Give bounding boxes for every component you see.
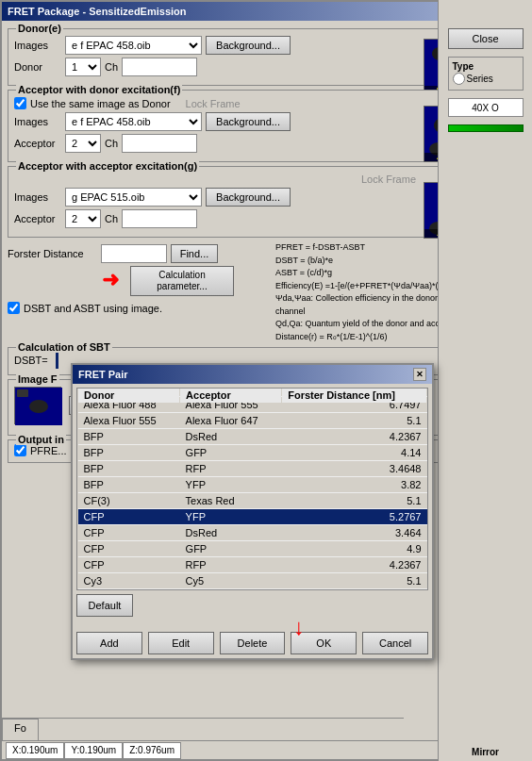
acceptor-cell: GFP [180, 445, 282, 461]
donor-cell: CFP [78, 509, 180, 525]
fret-pair-close-btn[interactable]: ✕ [413, 368, 426, 381]
edit-btn[interactable]: Edit [148, 632, 214, 654]
svg-rect-14 [17, 389, 28, 397]
ad-num-select[interactable]: 2 [65, 134, 101, 153]
images-label: Images [14, 40, 61, 51]
delete-btn[interactable]: Delete [220, 632, 286, 654]
distance-cell: 3.464 [282, 525, 427, 541]
forster-section: Forster Distance Find... ➜ Calculation p… [8, 241, 492, 343]
aa-images-select[interactable]: g EPAC 515.oib [65, 188, 202, 207]
acceptor-cell: Texas Red [180, 493, 282, 509]
ad-ch-input[interactable]: EYFP [122, 134, 197, 153]
find-btn[interactable]: Find... [171, 244, 218, 263]
ad-background-btn[interactable]: Background... [206, 112, 291, 131]
same-image-row: Use the same image as Donor Lock Frame [14, 97, 416, 109]
default-btn-row: Default [76, 594, 428, 617]
acceptor-cell: Cy5 [180, 573, 282, 589]
fret-table-scroll[interactable]: Donor Acceptor Forster Distance [nm] Ale… [77, 388, 427, 589]
donor-ch-input[interactable]: ECFP_458 [122, 58, 197, 76]
donor-cell: Alexa Fluor 555 [78, 413, 180, 429]
ad-images-select[interactable]: e f EPAC 458.oib [65, 112, 202, 131]
aa-images-row: Images g EPAC 515.oib Background... [14, 188, 416, 207]
dsbt-checkbox-row: DSBT and ASBT using image. [8, 302, 270, 314]
calc-param-btn[interactable]: Calculation parameter... [130, 266, 234, 296]
pfret-checkbox[interactable] [14, 444, 26, 456]
aa-num-select[interactable]: 2 [65, 209, 101, 228]
ad-acceptor-label: Acceptor [14, 138, 61, 149]
table-row[interactable]: Alexa Fluor 555Alexa Fluor 6475.1 [78, 413, 427, 429]
add-btn[interactable]: Add [76, 632, 142, 654]
forster-input[interactable] [101, 244, 167, 263]
col-acceptor: Acceptor [180, 388, 282, 403]
donor-cell: BFP [78, 429, 180, 445]
green-bar [448, 124, 524, 132]
table-row[interactable]: BFPYFP3.82 [78, 477, 427, 493]
distance-cell: 5.2767 [282, 509, 427, 525]
arrow-area: ➜ Calculation parameter... [8, 266, 270, 300]
red-arrow-down: ↓ [293, 614, 305, 640]
close-side-btn[interactable]: Close [448, 28, 524, 49]
acceptor-cell: YFP [180, 509, 282, 525]
acceptor-cell: YFP [180, 477, 282, 493]
table-row[interactable]: Cy3Cy55.1 [78, 573, 427, 589]
distance-cell: 4.9 [282, 541, 427, 557]
table-row[interactable]: BFPGFP4.14 [78, 445, 427, 461]
fret-table-body: Alexa Fluor 488Cy36.7497Alexa Fluor 488A… [78, 388, 427, 589]
acceptor-cell: GFP [180, 541, 282, 557]
aa-ch-input[interactable]: EYFP [122, 209, 197, 228]
table-row[interactable]: CFPGFP4.9 [78, 541, 427, 557]
image-f-thumb [14, 387, 61, 424]
dsbt-checkbox[interactable] [8, 302, 20, 314]
type-label: Type [453, 61, 519, 72]
z-coord: Z:0.976um [123, 742, 181, 759]
table-row[interactable]: CFPYFP5.2767 [78, 509, 427, 525]
donor-cell: BFP [78, 461, 180, 477]
acceptor-cell: RFP [180, 461, 282, 477]
donor-cell: Cy3 [78, 573, 180, 589]
type-group: Type Series [448, 57, 524, 91]
distance-cell: 3.4648 [282, 461, 427, 477]
distance-cell: 5.1 [282, 413, 427, 429]
objective-label: 40X O [472, 103, 498, 113]
table-row[interactable]: CFPRFP4.2367 [78, 557, 427, 573]
distance-cell: 4.2367 [282, 557, 427, 573]
aa-ch-label: Ch [105, 213, 118, 224]
fret-table-wrapper: Donor Acceptor Forster Distance [nm] Ale… [76, 388, 428, 590]
calc-param-btn-wrapper: Calculation parameter... [130, 266, 234, 296]
aa-acceptor-row: Acceptor 2 Ch EYFP [14, 209, 416, 228]
donor-images-row: Images e f EPAC 458.oib Background... [14, 36, 416, 55]
ad-images-label: Images [14, 116, 61, 127]
distance-cell: 5.1 [282, 493, 427, 509]
table-row[interactable]: BFPDsRed4.2367 [78, 429, 427, 445]
fo-tab[interactable]: Fo [2, 719, 39, 740]
donor-cell: CFP [78, 557, 180, 573]
donor-cell: CFP [78, 525, 180, 541]
same-image-checkbox[interactable] [14, 97, 26, 109]
x-coord: X:0.190um [6, 742, 64, 759]
aa-lock-label: Lock Frame [361, 174, 416, 185]
distance-cell: 3.82 [282, 477, 427, 493]
sbt-indicator [56, 352, 58, 369]
svg-point-15 [29, 400, 48, 413]
output-section-label: Output in [16, 434, 66, 445]
series-radio-item[interactable]: Series [453, 73, 519, 85]
donor-num-select[interactable]: 1 [65, 58, 101, 76]
donor-images-select[interactable]: e f EPAC 458.oib [65, 36, 202, 55]
dialog-action-buttons: Add Edit Delete OK Cancel [76, 632, 428, 654]
ad-ch-label: Ch [105, 138, 118, 149]
series-radio[interactable] [453, 73, 465, 85]
table-row[interactable]: CF(3)Texas Red5.1 [78, 493, 427, 509]
donor-section: Donor(e) Images e f EPAC 458.oib Backgro… [8, 28, 492, 86]
acceptor-cell: RFP [180, 557, 282, 573]
default-btn[interactable]: Default [76, 594, 133, 617]
distance-cell: 4.14 [282, 445, 427, 461]
donor-cell: BFP [78, 445, 180, 461]
distance-cell: 5.1 [282, 573, 427, 589]
table-row[interactable]: BFPRFP3.4648 [78, 461, 427, 477]
cancel-btn[interactable]: Cancel [362, 632, 428, 654]
aa-background-btn[interactable]: Background... [206, 188, 291, 207]
donor-background-btn[interactable]: Background... [206, 36, 291, 55]
lock-frame-label: Lock Frame [186, 98, 241, 109]
table-row[interactable]: CFPDsRed3.464 [78, 525, 427, 541]
donor-section-label: Donor(e) [16, 23, 63, 34]
